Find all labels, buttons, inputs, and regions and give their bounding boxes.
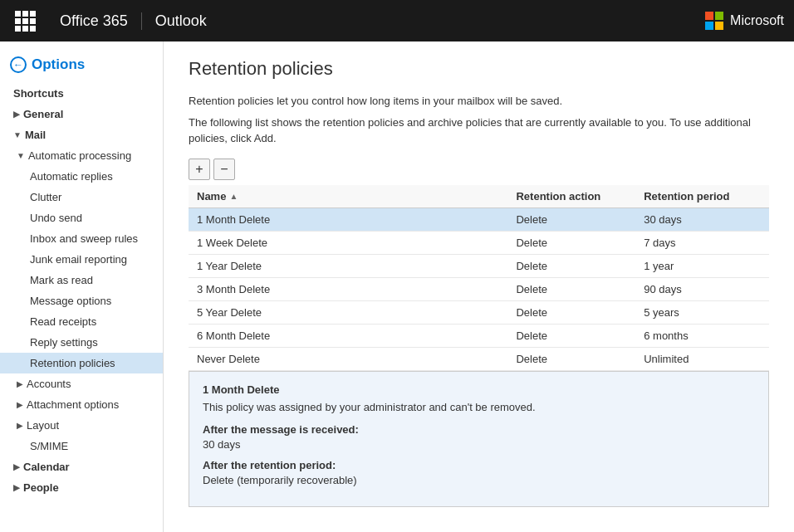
cell-name: 1 Year Delete <box>189 254 507 277</box>
chevron-right-icon: ▶ <box>17 400 23 409</box>
chevron-right-icon: ▶ <box>13 483 20 492</box>
sidebar-item-retention-policies[interactable]: Retention policies <box>0 353 163 373</box>
smime-label: S/MIME <box>30 440 68 452</box>
table-row[interactable]: Never Delete Delete Unlimited <box>189 347 769 370</box>
sidebar-item-calendar[interactable]: ▶ Calendar <box>0 456 163 477</box>
table-row[interactable]: 1 Year Delete Delete 1 year <box>189 254 769 277</box>
sidebar-item-automatic-processing[interactable]: ▼ Automatic processing <box>0 145 163 166</box>
topbar-app: Outlook <box>155 12 207 30</box>
description-2: The following list shows the retention p… <box>189 115 769 147</box>
sidebar-item-general[interactable]: ▶ General <box>0 104 163 124</box>
auto-replies-label: Automatic replies <box>30 170 113 183</box>
sidebar: ← Options Shortcuts ▶ General ▼ Mail ▼ A… <box>0 41 164 532</box>
cell-action: Delete <box>507 300 635 324</box>
read-receipts-label: Read receipts <box>30 315 96 328</box>
accounts-label: Accounts <box>27 378 71 390</box>
attachment-options-label: Attachment options <box>27 398 119 411</box>
inbox-sweep-label: Inbox and sweep rules <box>30 232 138 245</box>
sidebar-item-shortcuts[interactable]: Shortcuts <box>0 83 163 104</box>
cell-period: 7 days <box>635 231 769 254</box>
detail-value-2: Delete (temporarily recoverable) <box>203 474 755 486</box>
undo-send-label: Undo send <box>30 212 82 224</box>
chevron-right-icon: ▶ <box>17 379 23 388</box>
sidebar-item-layout[interactable]: ▶ Layout <box>0 415 163 436</box>
table-row[interactable]: 1 Month Delete Delete 30 days <box>189 207 769 231</box>
options-header[interactable]: ← Options <box>0 50 163 83</box>
sidebar-item-reply-settings[interactable]: Reply settings <box>0 332 163 353</box>
topbar: Office 365 Outlook Microsoft <box>0 0 794 41</box>
waffle-button[interactable] <box>10 6 40 36</box>
microsoft-branding: Microsoft <box>705 12 784 30</box>
sidebar-item-undo-send[interactable]: Undo send <box>0 207 163 228</box>
sidebar-item-people[interactable]: ▶ People <box>0 477 163 498</box>
policies-table: Name ▲ Retention action Retention period… <box>189 185 769 371</box>
junk-email-label: Junk email reporting <box>30 253 127 266</box>
chevron-right-icon: ▶ <box>17 421 23 430</box>
back-icon: ← <box>10 56 27 73</box>
cell-period: Unlimited <box>635 347 769 370</box>
cell-name: 3 Month Delete <box>189 277 507 300</box>
reply-settings-label: Reply settings <box>30 336 98 349</box>
retention-policies-label: Retention policies <box>30 357 115 369</box>
mail-label: Mail <box>25 129 46 141</box>
table-row[interactable]: 3 Month Delete Delete 90 days <box>189 277 769 300</box>
sidebar-item-inbox-sweep[interactable]: Inbox and sweep rules <box>0 228 163 249</box>
col-header-period: Retention period <box>635 185 769 208</box>
chevron-right-icon: ▶ <box>13 110 20 119</box>
page-title: Retention policies <box>189 58 769 80</box>
waffle-icon <box>15 11 36 32</box>
detail-value-1: 30 days <box>203 438 755 451</box>
sidebar-item-mail[interactable]: ▼ Mail <box>0 124 163 145</box>
cell-period: 90 days <box>635 277 769 300</box>
detail-panel: 1 Month Delete This policy was assigned … <box>189 371 769 507</box>
sidebar-item-message-options[interactable]: Message options <box>0 290 163 311</box>
cell-name: 6 Month Delete <box>189 324 507 347</box>
cell-action: Delete <box>507 347 635 370</box>
table-row[interactable]: 1 Week Delete Delete 7 days <box>189 231 769 254</box>
auto-processing-label: Automatic processing <box>28 149 131 162</box>
cell-name: 5 Year Delete <box>189 300 507 324</box>
topbar-title: Office 365 <box>47 12 142 30</box>
sidebar-item-attachment-options[interactable]: ▶ Attachment options <box>0 394 163 415</box>
clutter-label: Clutter <box>30 191 61 203</box>
microsoft-logo-icon <box>705 12 723 30</box>
sidebar-item-mark-as-read[interactable]: Mark as read <box>0 270 163 290</box>
sidebar-item-automatic-replies[interactable]: Automatic replies <box>0 166 163 187</box>
calendar-label: Calendar <box>23 461 70 473</box>
cell-action: Delete <box>507 277 635 300</box>
cell-period: 1 year <box>635 254 769 277</box>
detail-label-2: After the retention period: <box>203 459 755 471</box>
cell-name: 1 Week Delete <box>189 231 507 254</box>
sort-arrow-icon: ▲ <box>229 192 238 201</box>
shortcuts-label: Shortcuts <box>13 87 64 100</box>
table-row[interactable]: 6 Month Delete Delete 6 months <box>189 324 769 347</box>
people-label: People <box>23 481 59 494</box>
sidebar-item-accounts[interactable]: ▶ Accounts <box>0 373 163 394</box>
message-options-label: Message options <box>30 295 111 307</box>
cell-period: 5 years <box>635 300 769 324</box>
sidebar-item-read-receipts[interactable]: Read receipts <box>0 311 163 332</box>
toolbar: + − <box>189 159 769 180</box>
sidebar-item-junk-email[interactable]: Junk email reporting <box>0 249 163 270</box>
cell-action: Delete <box>507 207 635 231</box>
col-header-name: Name ▲ <box>189 185 507 208</box>
chevron-down-icon: ▼ <box>17 151 25 160</box>
sidebar-item-clutter[interactable]: Clutter <box>0 187 163 207</box>
sidebar-item-smime[interactable]: S/MIME <box>0 436 163 456</box>
main-layout: ← Options Shortcuts ▶ General ▼ Mail ▼ A… <box>0 41 794 532</box>
detail-label-1: After the message is received: <box>203 423 755 436</box>
chevron-right-icon: ▶ <box>13 462 20 471</box>
remove-button[interactable]: − <box>213 159 235 180</box>
general-label: General <box>23 108 63 120</box>
cell-action: Delete <box>507 231 635 254</box>
layout-label: Layout <box>27 419 59 432</box>
add-button[interactable]: + <box>189 159 210 180</box>
cell-name: Never Delete <box>189 347 507 370</box>
cell-action: Delete <box>507 324 635 347</box>
chevron-down-icon: ▼ <box>13 130 22 139</box>
options-label: Options <box>32 56 85 73</box>
table-row[interactable]: 5 Year Delete Delete 5 years <box>189 300 769 324</box>
detail-note: This policy was assigned by your adminis… <box>203 401 755 413</box>
cell-period: 30 days <box>635 207 769 231</box>
cell-action: Delete <box>507 254 635 277</box>
